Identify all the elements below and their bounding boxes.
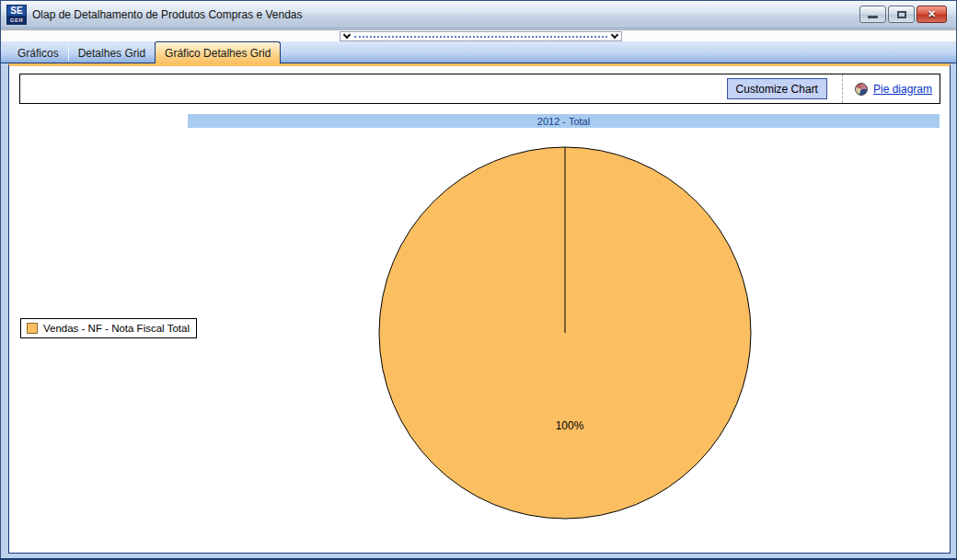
legend-swatch-icon bbox=[27, 323, 38, 334]
app-window: SE GER Olap de Detalhamento de Produtos … bbox=[0, 0, 957, 560]
close-button[interactable]: ✕ bbox=[917, 6, 947, 23]
tab-page-grafico-detalhes-grid: Customize Chart Pie diagram 2012 - Total… bbox=[8, 63, 951, 554]
minimize-icon bbox=[868, 16, 878, 18]
tab-graficos[interactable]: Gráficos bbox=[8, 43, 68, 63]
chart-title-banner: 2012 - Total bbox=[188, 114, 940, 128]
pie-slice-data-label: 100% bbox=[542, 419, 597, 432]
minimize-button[interactable] bbox=[859, 6, 886, 23]
tab-bar: Gráficos Detalhes Grid Gráfico Detalhes … bbox=[1, 41, 956, 63]
collapsed-panel-splitter[interactable] bbox=[340, 31, 622, 41]
app-logo-subtext: GER bbox=[7, 16, 26, 25]
pie-diagram-icon bbox=[855, 83, 868, 96]
chevron-down-icon bbox=[343, 31, 351, 39]
toolbar-divider bbox=[842, 74, 843, 103]
pie-chart[interactable] bbox=[375, 143, 755, 522]
tab-detalhes-grid[interactable]: Detalhes Grid bbox=[69, 43, 155, 63]
maximize-button[interactable] bbox=[888, 6, 915, 23]
maximize-icon bbox=[897, 11, 906, 18]
app-logo-icon: SE GER bbox=[6, 5, 27, 25]
splitter-dotted-line bbox=[354, 36, 607, 38]
customize-chart-button[interactable]: Customize Chart bbox=[727, 78, 827, 99]
splitter-row bbox=[1, 29, 956, 41]
chart-legend: Vendas - NF - Nota Fiscal Total bbox=[20, 318, 197, 338]
title-bar[interactable]: SE GER Olap de Detalhamento de Produtos … bbox=[1, 1, 956, 29]
tab-grafico-detalhes-grid[interactable]: Gráfico Detalhes Grid bbox=[155, 41, 281, 63]
chevron-down-icon bbox=[611, 31, 618, 39]
chart-toolbar: Customize Chart Pie diagram bbox=[19, 74, 940, 104]
legend-label: Vendas - NF - Nota Fiscal Total bbox=[43, 323, 190, 334]
pie-diagram-link[interactable]: Pie diagram bbox=[873, 83, 932, 96]
window-title: Olap de Detalhamento de Produtos Compras… bbox=[32, 8, 859, 21]
window-controls: ✕ bbox=[859, 6, 947, 23]
app-logo-text: SE bbox=[10, 6, 22, 16]
